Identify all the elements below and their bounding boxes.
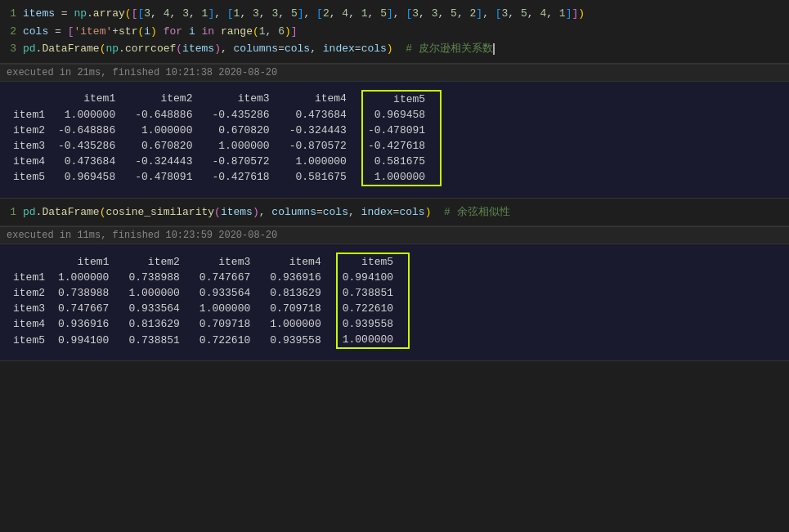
table-cell: 1.000000 — [123, 285, 194, 301]
table-row: item2-0.6488861.0000000.670820-0.324443-… — [13, 123, 441, 138]
table-row: item11.000000-0.648886-0.4352860.4736840… — [13, 107, 441, 123]
table-cell: 0.738851 — [123, 332, 194, 348]
table-cell: 0.709718 — [195, 316, 265, 332]
table-cell: 0.473684 — [53, 154, 130, 169]
kw-num-token: 5 — [291, 7, 298, 20]
table-cell: -0.324443 — [130, 154, 207, 169]
kw-cls-token: np — [74, 7, 87, 20]
col-header-4: item4 — [285, 91, 362, 107]
exec-status-1: executed in 21ms, finished 10:21:38 2020… — [0, 64, 789, 82]
col-header-3: item3 — [207, 91, 284, 107]
kw-var-token: cols — [23, 25, 48, 38]
kw-num-token: 2 — [323, 7, 329, 20]
kw-bra-token: ( — [253, 25, 259, 38]
code-cell-3[interactable]: 1pd.DataFrame(cosine_similarity(items), … — [0, 199, 789, 227]
kw-var-token: items — [182, 42, 214, 55]
col-header-0 — [13, 253, 53, 270]
kw-kw-token: for — [157, 25, 189, 38]
kw-var-token: cols — [361, 42, 387, 55]
col-header-5: item5 — [337, 253, 409, 270]
table-cell: item3 — [13, 301, 53, 316]
kw-num-token: 4 — [342, 7, 348, 20]
kw-kw-token: in — [195, 25, 221, 38]
kw-fn-token: DataFrame — [42, 206, 99, 218]
code-cell-0[interactable]: 1items = np.array([[3, 4, 3, 1], [1, 3, … — [0, 0, 789, 64]
kw-fn-token: range — [221, 25, 253, 38]
table-cell: item4 — [13, 316, 53, 332]
table-cell: 1.000000 — [285, 154, 362, 169]
kw-pun-token: , — [348, 7, 361, 20]
table-cell: 0.722610 — [195, 332, 265, 348]
kw-num-token: 6 — [278, 25, 285, 38]
kw-op-token: = — [55, 7, 74, 20]
exec-status-4: executed in 11ms, finished 10:23:59 2020… — [0, 226, 789, 244]
kw-pun-token: , — [278, 7, 291, 20]
line-number: 1 — [0, 6, 23, 22]
table-row: item50.9941000.7388510.7226100.9395581.0… — [13, 332, 409, 348]
kw-bra-token: ) — [285, 25, 291, 38]
kw-num-token: 3 — [412, 7, 419, 20]
table-cell: 0.994100 — [53, 332, 123, 348]
kw-pun-token: , — [189, 7, 202, 20]
code-line: 1pd.DataFrame(cosine_similarity(items), … — [0, 203, 789, 221]
table-cell: -0.435286 — [207, 107, 284, 123]
kw-var-token: i — [144, 25, 150, 38]
table-row: item50.969458-0.478091-0.4276180.5816751… — [13, 169, 441, 186]
kw-num-token: 3 — [253, 7, 259, 20]
kw-fn-token: cosine_similarity — [105, 206, 214, 218]
kw-cls-token: pd — [23, 42, 36, 55]
kw-num-token: 5 — [380, 7, 387, 20]
kw-bra2-token: ( — [214, 206, 221, 218]
table-cell: 0.738988 — [123, 270, 194, 285]
table-cell: 0.738988 — [53, 285, 123, 301]
table-cell: 0.747667 — [53, 301, 123, 316]
kw-var-token: items — [221, 206, 253, 218]
table-cell: 0.670820 — [130, 138, 207, 154]
kw-pun-token: , — [259, 7, 272, 20]
table-cell: 1.000000 — [362, 169, 441, 186]
table-cell: 0.939558 — [337, 316, 409, 332]
kw-com-token: # 余弦相似性 — [444, 206, 510, 218]
table-cell: item3 — [13, 138, 53, 154]
kw-op-token: = — [316, 206, 323, 218]
col-header-2: item2 — [123, 253, 194, 270]
table-row: item40.9369160.8136290.7097181.0000000.9… — [13, 316, 409, 332]
table-cell: item2 — [13, 123, 53, 138]
kw-bra-token: ) — [150, 25, 157, 38]
code-text: items = np.array([[3, 4, 3, 1], [1, 3, 3… — [23, 6, 789, 22]
table-cell: 0.939558 — [265, 332, 336, 348]
kw-bra3-token: [ — [495, 7, 502, 20]
kw-pun-token: , — [457, 7, 470, 20]
kw-pun-token: , — [170, 7, 183, 20]
kw-pun-token: , — [437, 7, 451, 20]
table-cell: 1.000000 — [265, 316, 336, 332]
kw-num-token: 1 — [559, 7, 566, 20]
col-header-1: item1 — [53, 91, 130, 107]
table-cell: 0.994100 — [337, 270, 409, 285]
table-cell: 0.581675 — [362, 154, 441, 169]
table-cell: -0.427618 — [207, 169, 284, 186]
kw-pun-token: , — [304, 7, 317, 20]
table-header-row: item1item2item3item4item5 — [13, 253, 409, 270]
table-cell: 0.813629 — [265, 285, 336, 301]
table-row: item30.7476670.9335641.0000000.7097180.7… — [13, 301, 409, 316]
table-cell: 0.670820 — [207, 123, 284, 138]
kw-pun-token: , — [221, 42, 234, 55]
table-row: item20.7389881.0000000.9335640.8136290.7… — [13, 285, 409, 301]
table-cell: 0.473684 — [285, 107, 362, 123]
kw-bra-token: ) — [387, 42, 393, 55]
kw-num-token: 4 — [164, 7, 170, 20]
app-container: 1items = np.array([[3, 4, 3, 1], [1, 3, … — [0, 0, 789, 361]
table-cell: 0.813629 — [123, 316, 194, 332]
col-header-5: item5 — [362, 91, 441, 107]
kw-pun-token — [431, 206, 444, 218]
kw-pun-token: , — [393, 7, 406, 20]
kw-fn-token: str — [119, 25, 137, 38]
kw-bra-token: ) — [578, 7, 585, 20]
dataframe-table: item1item2item3item4item5item11.000000-0… — [13, 90, 442, 186]
kw-pun-token: , — [266, 25, 279, 38]
kw-pun-token: . — [119, 42, 125, 55]
kw-pun-token: , — [214, 7, 227, 20]
table-row: item40.473684-0.324443-0.8705721.0000000… — [13, 154, 441, 169]
kw-pun-token: , — [419, 7, 432, 20]
